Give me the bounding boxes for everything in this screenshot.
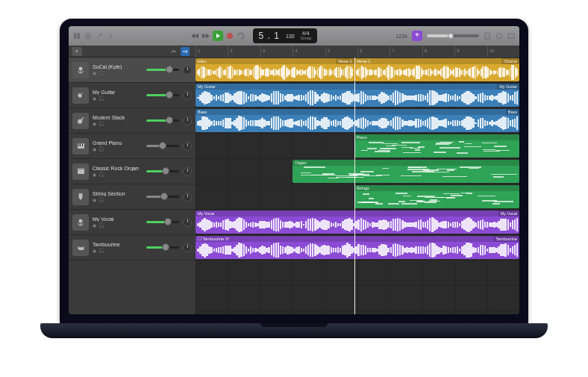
mute-button[interactable]: ◉ xyxy=(93,146,96,152)
solo-button[interactable]: 🎧 xyxy=(98,248,104,253)
region[interactable]: My VocalMy Vocal xyxy=(196,211,519,234)
solo-button[interactable]: 🎧 xyxy=(98,172,104,177)
editor-icon[interactable] xyxy=(96,32,103,40)
track-volume-slider[interactable] xyxy=(146,217,179,228)
controls-icon[interactable] xyxy=(84,32,92,40)
mute-button[interactable]: ◉ xyxy=(93,121,96,126)
track-volume-slider[interactable] xyxy=(146,243,179,253)
track-pan-knob[interactable] xyxy=(183,218,192,227)
master-volume-slider[interactable] xyxy=(427,34,479,37)
lcd-display[interactable]: 5 . 1 130 4/4 Gmaj xyxy=(253,28,317,43)
solo-button[interactable]: 🎧 xyxy=(98,121,104,126)
region-label: Strings xyxy=(354,185,519,191)
track-volume-slider[interactable] xyxy=(146,166,179,177)
mute-button[interactable]: ◉ xyxy=(93,248,96,253)
track-lane[interactable]: Piano xyxy=(196,134,519,159)
track-volume-slider[interactable] xyxy=(146,141,179,152)
track-pan-knob[interactable] xyxy=(183,66,192,75)
notes-icon[interactable] xyxy=(484,32,491,40)
catch-playhead-tool[interactable] xyxy=(181,47,190,56)
track-lane[interactable]: IntroVerse 1Verse 1Chorus xyxy=(196,57,519,83)
track-header[interactable]: String Section◉🎧 xyxy=(69,184,196,210)
ruler-bar[interactable]: 9 xyxy=(454,46,487,57)
ruler-bar[interactable]: 4 xyxy=(293,46,325,57)
track-lane[interactable]: Strings xyxy=(196,184,519,210)
track-lane[interactable]: ☐ Tambourine ⟳Tambourine xyxy=(196,235,519,261)
track-header[interactable]: Modern Stack◉🎧 xyxy=(69,108,196,134)
track-header[interactable]: Tambourine◉🎧 xyxy=(69,235,196,261)
track-pan-knob[interactable] xyxy=(183,91,192,100)
ruler-bar[interactable]: 8 xyxy=(422,46,454,57)
ruler-bar[interactable]: 3 xyxy=(260,46,293,57)
loops-icon[interactable] xyxy=(495,32,503,40)
cycle-button[interactable] xyxy=(237,31,245,40)
tuner-badge[interactable] xyxy=(412,31,422,41)
forward-button[interactable] xyxy=(201,31,210,40)
ruler-bar[interactable]: 1 xyxy=(196,46,228,57)
automation-tool[interactable] xyxy=(169,47,178,56)
mute-button[interactable]: ◉ xyxy=(93,222,96,228)
mute-button[interactable]: ◉ xyxy=(93,96,96,101)
track-lane[interactable]: My GuitarMy Guitar xyxy=(196,83,519,108)
ruler-bar[interactable]: 7 xyxy=(390,46,422,57)
track-pan-knob[interactable] xyxy=(183,167,192,176)
region[interactable]: My GuitarMy Guitar xyxy=(196,84,519,107)
record-button[interactable] xyxy=(225,31,234,40)
track-lane[interactable]: BassBass xyxy=(196,108,519,134)
transport-controls xyxy=(190,31,245,41)
region[interactable]: Verse 1Chorus xyxy=(354,58,519,81)
library-icon[interactable] xyxy=(73,32,81,40)
region[interactable]: IntroVerse 1 xyxy=(196,58,354,81)
ruler-bar[interactable]: 2 xyxy=(228,46,260,57)
ruler-bar[interactable]: 6 xyxy=(357,46,390,57)
track-pan-knob[interactable] xyxy=(183,142,192,151)
track-icon xyxy=(72,163,89,180)
solo-button[interactable]: 🎧 xyxy=(98,70,104,75)
ruler-bar[interactable]: 10 xyxy=(487,46,519,57)
solo-button[interactable]: 🎧 xyxy=(98,146,104,152)
toggle-icon[interactable] xyxy=(107,32,114,40)
svg-rect-14 xyxy=(78,168,84,169)
timeline-ruler[interactable]: 12345678910 xyxy=(196,46,519,57)
solo-button[interactable]: 🎧 xyxy=(98,222,104,228)
arrange-area[interactable]: IntroVerse 1Verse 1ChorusMy GuitarMy Gui… xyxy=(196,57,519,314)
region[interactable]: BassBass xyxy=(196,109,519,132)
track-header[interactable]: Classic Rock Organ◉🎧 xyxy=(69,159,196,184)
track-pan-knob[interactable] xyxy=(183,116,192,125)
svg-rect-11 xyxy=(80,143,81,146)
add-track-button[interactable]: + xyxy=(72,47,82,56)
solo-button[interactable]: 🎧 xyxy=(98,197,104,202)
subtoolbar: + 12345678910 xyxy=(69,46,519,57)
region-label: Bass xyxy=(196,109,519,115)
track-header[interactable]: SoCal (Kyle)◉🎧 xyxy=(69,57,196,83)
track-header[interactable]: Grand Piano◉🎧 xyxy=(69,134,196,159)
ruler-bar[interactable]: 5 xyxy=(325,46,357,57)
track-header[interactable]: My Vocal◉🎧 xyxy=(69,210,196,235)
mute-button[interactable]: ◉ xyxy=(93,172,96,177)
region-label-right: My Guitar xyxy=(497,84,519,90)
track-pan-knob[interactable] xyxy=(183,193,192,202)
count-in[interactable]: 1234 xyxy=(395,34,407,39)
track-info: My Vocal◉🎧 xyxy=(93,216,143,228)
region[interactable]: ☐ Tambourine ⟳Tambourine xyxy=(196,236,519,259)
track-lane[interactable]: My VocalMy Vocal xyxy=(196,210,519,235)
empty-lane xyxy=(196,286,519,311)
track-volume-slider[interactable] xyxy=(146,192,179,202)
media-icon[interactable] xyxy=(507,32,515,40)
region[interactable]: Piano xyxy=(354,134,519,158)
rewind-button[interactable] xyxy=(190,31,199,40)
track-volume-slider[interactable] xyxy=(146,90,179,101)
track-lane[interactable]: Organ xyxy=(196,159,519,184)
mute-button[interactable]: ◉ xyxy=(93,197,96,202)
track-header[interactable]: My Guitar◉🎧 xyxy=(69,83,196,108)
region[interactable]: Organ xyxy=(293,160,519,183)
track-info: Modern Stack◉🎧 xyxy=(93,115,143,126)
track-pan-knob[interactable] xyxy=(183,243,192,252)
mute-button[interactable]: ◉ xyxy=(93,70,96,75)
playhead[interactable] xyxy=(354,57,355,314)
solo-button[interactable]: 🎧 xyxy=(98,96,104,101)
track-volume-slider[interactable] xyxy=(146,116,179,126)
track-volume-slider[interactable] xyxy=(146,65,179,75)
play-button[interactable] xyxy=(213,31,223,41)
region[interactable]: Strings xyxy=(354,185,519,208)
